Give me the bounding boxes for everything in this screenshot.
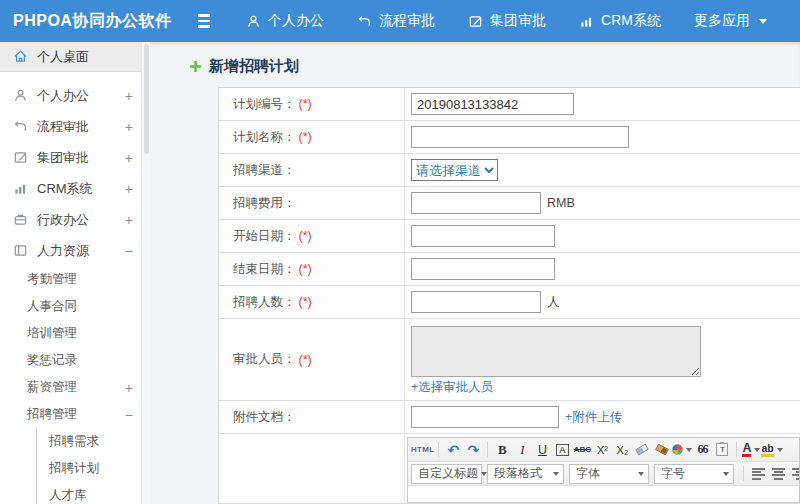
sidebar-item-recruit-mgmt[interactable]: 招聘管理 − [0, 401, 150, 428]
form-row-approvers: 审批人员：(*) +选择审批人员 [219, 319, 800, 401]
approvers-textarea[interactable] [411, 326, 701, 377]
expand-plus-icon[interactable]: + [125, 213, 133, 227]
sidebar-item-personal-desktop[interactable]: 个人桌面 [0, 42, 150, 72]
align-center-icon[interactable] [768, 464, 788, 484]
sidebar-item-label: 个人桌面 [37, 48, 89, 66]
font-size-dropdown[interactable]: 字号 [654, 464, 734, 484]
sidebar-item-personal-office[interactable]: 个人办公 + [0, 80, 150, 111]
headcount-input[interactable] [411, 291, 541, 313]
home-icon [13, 49, 28, 64]
paragraph-format-dropdown[interactable]: 段落格式 [487, 464, 564, 484]
underline-button[interactable]: U [532, 440, 552, 460]
expand-plus-icon[interactable]: + [125, 182, 133, 196]
font-family-dropdown[interactable]: 字体 [569, 464, 649, 484]
sidebar-item-hr-contract[interactable]: 人事合同 [0, 293, 150, 320]
topbar-item-label: 个人办公 [268, 12, 324, 30]
sidebar-item-admin-office[interactable]: 行政办公 + [0, 204, 150, 235]
format-painter-brush-icon[interactable] [652, 440, 672, 460]
sidebar-item-label: 薪资管理 [27, 379, 77, 396]
align-right-icon[interactable] [788, 464, 799, 484]
paste-as-text-icon[interactable]: T [712, 440, 732, 460]
edit-icon [13, 150, 28, 165]
user-icon [13, 88, 28, 103]
sidebar-item-salary[interactable]: 薪资管理 + [0, 374, 150, 401]
caret-down-icon [723, 472, 729, 476]
font-color-button[interactable]: A [741, 440, 761, 460]
page-title: 新增招聘计划 [188, 57, 800, 75]
sidebar-item-crm[interactable]: CRM系统 + [0, 173, 150, 204]
topbar-item-crm[interactable]: CRM系统 [579, 12, 661, 30]
expand-plus-icon[interactable]: + [125, 151, 133, 165]
subscript-button[interactable]: X₂ [612, 440, 632, 460]
field-label: 开始日期： [233, 228, 296, 245]
superscript-button[interactable]: X² [592, 440, 612, 460]
caret-down-icon [553, 472, 559, 476]
plan-name-input[interactable] [411, 126, 629, 148]
sidebar-item-recruit-plan[interactable]: 招聘计划 [37, 455, 150, 482]
sidebar-scrollbar[interactable] [141, 42, 150, 504]
custom-heading-dropdown[interactable]: 自定义标题 [411, 464, 482, 484]
editor-toolbar-row2: 自定义标题 段落格式 字体 字号 [408, 462, 799, 486]
cost-input[interactable] [411, 192, 541, 214]
sidebar-item-recruit-demand[interactable]: 招聘需求 [37, 428, 150, 455]
choose-approvers-link[interactable]: +选择审批人员 [411, 379, 493, 396]
form-row-end-date: 结束日期：(*) [219, 253, 800, 286]
border-text-button[interactable]: A [552, 440, 572, 460]
collapse-minus-icon[interactable]: − [125, 408, 133, 422]
sidebar-item-rewards[interactable]: 奖惩记录 [0, 347, 150, 374]
sidebar-item-talent-pool[interactable]: 人才库 [37, 482, 150, 504]
required-mark: (*) [299, 353, 312, 367]
highlight-color-button[interactable]: ab [761, 440, 782, 460]
caret-down-icon [638, 472, 644, 476]
form-row-plan-name: 计划名称：(*) [219, 121, 800, 154]
align-left-icon[interactable] [748, 464, 768, 484]
bold-button[interactable]: B [492, 440, 512, 460]
topbar-menu: 个人办公 流程审批 集团审批 CRM系统 更多应用 [246, 12, 800, 30]
end-date-input[interactable] [411, 258, 555, 280]
plus-icon [188, 59, 203, 74]
upload-attachment-link[interactable]: +附件上传 [565, 409, 622, 426]
redo-icon[interactable]: ↷ [463, 440, 483, 460]
headcount-unit: 人 [547, 294, 560, 311]
expand-plus-icon[interactable]: + [125, 120, 133, 134]
caret-down-icon [754, 448, 760, 452]
id-card-icon [13, 243, 28, 258]
sidebar-item-training[interactable]: 培训管理 [0, 320, 150, 347]
remove-format-eraser-icon[interactable] [632, 440, 652, 460]
blockquote-button[interactable]: 66 [692, 440, 712, 460]
expand-plus-icon[interactable]: + [125, 89, 133, 103]
italic-button[interactable]: I [512, 440, 532, 460]
workflow-icon [357, 14, 372, 29]
topbar-item-label: CRM系统 [601, 12, 661, 30]
start-date-input[interactable] [411, 225, 555, 247]
topbar: PHPOA协同办公软件 个人办公 流程审批 集团审批 CRM系统 更多应用 [0, 0, 800, 42]
expand-plus-icon[interactable]: + [125, 381, 133, 395]
topbar-item-label: 更多应用 [694, 12, 750, 30]
page-title-text: 新增招聘计划 [209, 57, 299, 76]
html-source-button[interactable]: HTML [411, 440, 434, 460]
topbar-item-workflow-approval[interactable]: 流程审批 [357, 12, 435, 30]
color-palette-icon[interactable] [672, 440, 692, 460]
sidebar-item-group-approval[interactable]: 集团审批 + [0, 142, 150, 173]
topbar-item-more-apps[interactable]: 更多应用 [694, 12, 767, 30]
undo-icon[interactable]: ↶ [443, 440, 463, 460]
sidebar-item-label: 培训管理 [27, 325, 77, 342]
field-label: 招聘渠道： [233, 162, 296, 179]
collapse-minus-icon[interactable]: − [125, 244, 133, 258]
field-label: 计划名称： [233, 129, 296, 146]
topbar-item-personal-office[interactable]: 个人办公 [246, 12, 324, 30]
plan-number-input[interactable] [411, 93, 574, 115]
required-mark: (*) [299, 295, 312, 309]
channel-select[interactable]: 请选择渠道 [411, 159, 498, 181]
sidebar-item-label: 流程审批 [37, 118, 89, 136]
editor-content-area[interactable] [408, 486, 799, 503]
strikethrough-button[interactable]: ABC [572, 440, 592, 460]
sidebar-item-hr[interactable]: 人力资源 − [0, 235, 150, 266]
sidebar-item-label: 行政办公 [37, 211, 89, 229]
edit-icon [468, 14, 483, 29]
sidebar-item-workflow-approval[interactable]: 流程审批 + [0, 111, 150, 142]
topbar-item-group-approval[interactable]: 集团审批 [468, 12, 546, 30]
attachment-input[interactable] [411, 406, 559, 428]
sidebar-item-attendance[interactable]: 考勤管理 [0, 266, 150, 293]
hamburger-menu-icon[interactable] [198, 14, 210, 28]
